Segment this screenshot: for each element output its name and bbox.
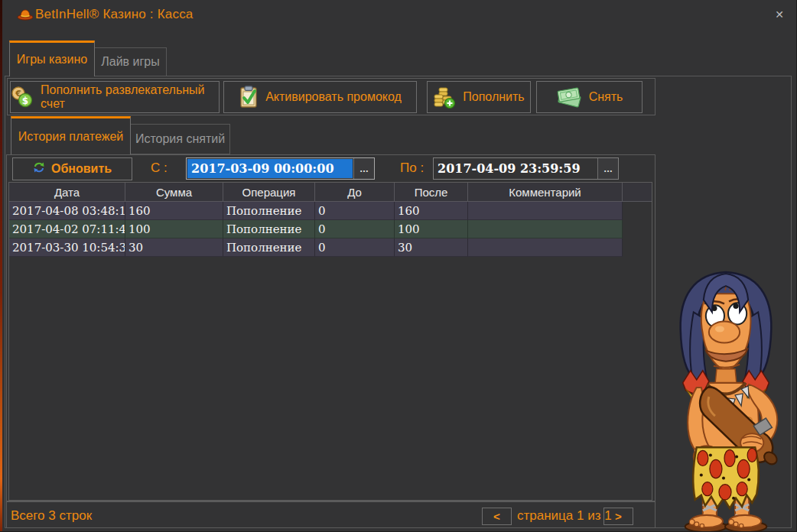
- page-info-label: страница 1 из 1: [517, 508, 612, 524]
- hat-icon: [17, 8, 34, 21]
- tab-live-games-label: Лайв игры: [101, 55, 159, 69]
- next-page-button[interactable]: >: [603, 508, 633, 525]
- tab-payments-history[interactable]: История платежей: [11, 116, 131, 154]
- cell-comment: [468, 202, 623, 220]
- payments-table: Дата Сумма Операция До После Комментарий…: [8, 182, 652, 501]
- previous-page-button[interactable]: <: [482, 508, 512, 525]
- actions-toolbar: € $ Пополнить развлекательный счет Актив…: [7, 78, 655, 115]
- refresh-button-label: Обновить: [51, 162, 112, 176]
- cell-before: 0: [315, 238, 395, 257]
- withdraw-button[interactable]: Снять: [536, 81, 642, 113]
- table-header-row: Дата Сумма Операция До После Комментарий: [9, 183, 652, 202]
- caveman-illustration: [658, 268, 794, 532]
- clipboard-check-icon: [239, 86, 259, 109]
- date-from-picker-button[interactable]: …: [353, 158, 374, 179]
- coins-euro-dollar-icon: € $: [11, 86, 34, 108]
- cell-date: 2017-03-30 10:54:38: [9, 238, 125, 257]
- date-from-value[interactable]: 2017-03-09 00:00:00: [187, 159, 353, 178]
- withdraw-label: Снять: [589, 90, 623, 104]
- activate-promocode-button[interactable]: Активировать промокод: [223, 81, 417, 113]
- banknotes-icon: [556, 86, 582, 109]
- cell-amount: 100: [125, 220, 223, 238]
- tab-live-games[interactable]: Лайв игры: [94, 47, 167, 76]
- refresh-button[interactable]: Обновить: [12, 157, 132, 180]
- column-header-amount[interactable]: Сумма: [125, 183, 223, 201]
- tab-withdrawals-history[interactable]: История снятий: [130, 124, 230, 154]
- deposit-entertainment-account-button[interactable]: € $ Пополнить развлекательный счет: [10, 81, 220, 113]
- cell-date: 2017-04-08 03:48:10: [9, 202, 125, 220]
- cell-amount: 160: [125, 202, 223, 220]
- cell-amount: 30: [125, 238, 223, 257]
- date-from-label: С :: [151, 161, 168, 176]
- cell-operation: Пополнение: [223, 220, 315, 238]
- activate-promocode-label: Активировать промокод: [265, 90, 402, 104]
- cell-after: 100: [395, 220, 468, 238]
- cell-before: 0: [315, 220, 395, 238]
- tab-casino-games-label: Игры казино: [17, 53, 87, 66]
- close-icon[interactable]: ✕: [767, 5, 792, 24]
- date-to-value[interactable]: 2017-04-09 23:59:59: [434, 158, 597, 179]
- refresh-arrows-icon: [33, 161, 45, 177]
- column-header-date[interactable]: Дата: [9, 183, 125, 201]
- cell-after: 30: [395, 238, 468, 257]
- date-to-label: По :: [400, 161, 424, 176]
- cell-operation: Пополнение: [223, 202, 315, 220]
- table-row[interactable]: 2017-03-30 10:54:38 30 Пополнение 0 30: [9, 238, 652, 257]
- cell-after: 160: [395, 202, 468, 220]
- deposit-label: Пополнить: [463, 90, 524, 104]
- column-header-after[interactable]: После: [395, 183, 468, 201]
- date-to-picker-button[interactable]: …: [597, 158, 618, 179]
- column-header-comment[interactable]: Комментарий: [468, 183, 623, 201]
- cell-before: 0: [315, 202, 395, 220]
- coin-stack-plus-icon: [433, 86, 456, 109]
- cell-date: 2017-04-02 07:11:42: [9, 220, 125, 238]
- date-to-field[interactable]: 2017-04-09 23:59:59 …: [433, 157, 619, 180]
- window-left-flame-edge: [0, 0, 2, 532]
- column-header-before[interactable]: До: [315, 183, 395, 201]
- tab-withdrawals-history-label: История снятий: [135, 132, 225, 146]
- deposit-button[interactable]: Пополнить: [427, 81, 531, 113]
- column-header-operation[interactable]: Операция: [223, 183, 315, 201]
- table-row[interactable]: 2017-04-08 03:48:10 160 Пополнение 0 160: [9, 202, 652, 220]
- deposit-entertainment-account-label: Пополнить развлекательный счет: [41, 83, 219, 111]
- table-row[interactable]: 2017-04-02 07:11:42 100 Пополнение 0 100: [9, 220, 652, 238]
- cell-operation: Пополнение: [223, 238, 315, 257]
- window-title: BetInHell® Казино : Касса: [35, 7, 194, 22]
- rows-total-label: Всего 3 строк: [11, 508, 92, 524]
- cell-comment: [468, 220, 623, 238]
- cell-comment: [468, 238, 623, 257]
- svg-text:$: $: [22, 96, 28, 106]
- date-from-field[interactable]: 2017-03-09 00:00:00 …: [186, 157, 375, 180]
- tab-payments-history-label: История платежей: [18, 130, 123, 144]
- tab-casino-games[interactable]: Игры казино: [9, 41, 95, 76]
